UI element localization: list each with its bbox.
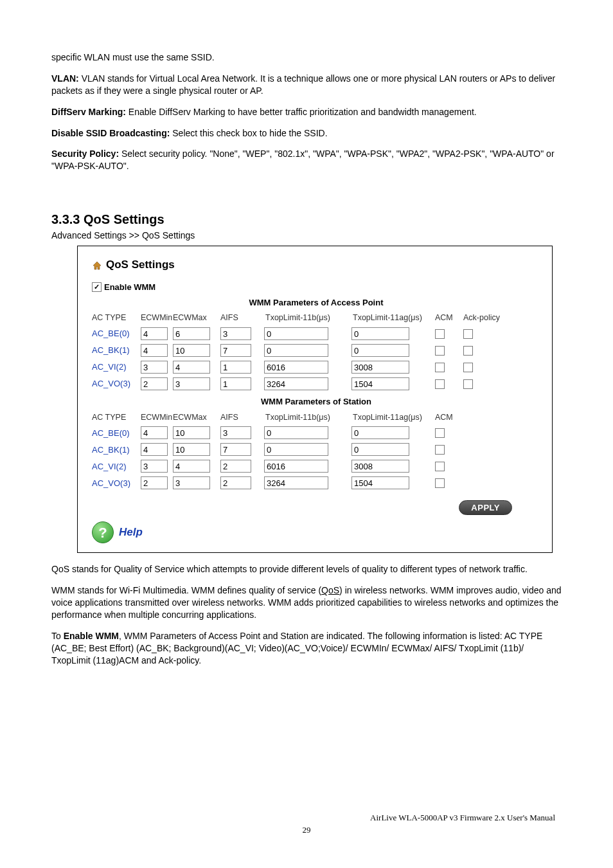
sta-vo-tx11ag[interactable] — [351, 476, 409, 489]
sta-hdr-acm: ACM — [435, 412, 461, 423]
ap-row-vo: AC_VO(3) — [92, 375, 540, 392]
sta-be-ecwmin[interactable] — [141, 426, 168, 439]
sta-table: AC TYPE ECWMin ECWMax AIFS TxopLimit-11b… — [92, 410, 540, 492]
hdr-ecwmin: ECWMin — [141, 312, 170, 323]
section-heading: 3.3.3 QoS Settings — [51, 211, 562, 228]
footer-manual: AirLive WLA-5000AP v3 Firmware 2.x User'… — [0, 812, 613, 824]
panel-title-row: QoS Settings — [92, 258, 540, 273]
sta-vi-acm-checkbox[interactable] — [435, 462, 445, 471]
ap-bk-ack-checkbox[interactable] — [463, 346, 473, 356]
post-p1: QoS stands for Quality of Service which … — [51, 563, 562, 575]
post-p2a: WMM stands for Wi-Fi Multimedia. WMM def… — [51, 585, 321, 595]
hdr-ecwmax: ECWMax — [173, 312, 218, 323]
sta-bk-ecwmax[interactable] — [173, 443, 210, 456]
ap-be-tx11ag[interactable] — [351, 327, 409, 340]
ap-vi-tx11ag[interactable] — [351, 361, 409, 374]
ap-vi-aifs[interactable] — [220, 361, 251, 374]
ap-vo-tx11b[interactable] — [264, 377, 328, 390]
ap-vo-ecwmax[interactable] — [173, 377, 210, 390]
sta-be-ecwmax[interactable] — [173, 426, 210, 439]
ap-vi-label: AC_VI(2) — [92, 361, 138, 373]
ap-bk-tx11b[interactable] — [264, 344, 328, 357]
ap-row-be: AC_BE(0) — [92, 325, 540, 342]
ap-be-tx11b[interactable] — [264, 327, 328, 340]
sta-be-aifs[interactable] — [220, 426, 251, 439]
sta-vi-tx11b[interactable] — [264, 460, 328, 473]
sta-vo-aifs[interactable] — [220, 476, 251, 489]
intro-diffserv: DiffServ Marking: Enable DiffServ Markin… — [51, 106, 562, 118]
sta-be-tx11b[interactable] — [264, 426, 328, 439]
ap-vi-ack-checkbox[interactable] — [463, 363, 473, 372]
ap-vo-ack-checkbox[interactable] — [463, 379, 473, 389]
home-icon — [92, 260, 102, 271]
post-p2-link: QoS — [321, 585, 339, 595]
sta-vo-acm-checkbox[interactable] — [435, 478, 445, 488]
post-p3a: To — [51, 631, 64, 641]
sta-vi-ecwmin[interactable] — [141, 460, 168, 473]
ap-be-label: AC_BE(0) — [92, 328, 138, 339]
intro-disable-ssid: Disable SSID Broadcasting: Select this c… — [51, 127, 562, 140]
panel-title: QoS Settings — [106, 258, 175, 273]
ap-be-ack-checkbox[interactable] — [463, 329, 473, 339]
ap-bk-acm-checkbox[interactable] — [435, 346, 445, 356]
enable-wmm-checkbox[interactable]: ✓ — [92, 282, 102, 292]
sta-vo-tx11b[interactable] — [264, 476, 328, 489]
ap-vo-aifs[interactable] — [220, 377, 251, 390]
sta-bk-tx11ag[interactable] — [351, 443, 409, 456]
ap-vi-ecwmin[interactable] — [141, 361, 168, 374]
hdr-actype: AC TYPE — [92, 312, 138, 323]
qos-settings-panel: QoS Settings ✓ Enable WMM WMM Parameters… — [77, 246, 553, 553]
security-text: Select security policy. "None", "WEP", "… — [51, 149, 555, 171]
ap-be-ecwmin[interactable] — [141, 327, 168, 340]
ap-bk-aifs[interactable] — [220, 344, 251, 357]
intro-line1: specific WLAN must use the same SSID. — [51, 51, 562, 64]
ap-bk-label: AC_BK(1) — [92, 345, 138, 356]
help-icon: ? — [92, 521, 114, 543]
sta-bk-acm-checkbox[interactable] — [435, 445, 445, 455]
ap-vo-ecwmin[interactable] — [141, 377, 168, 390]
footer-page-number: 29 — [0, 824, 613, 836]
ap-be-aifs[interactable] — [220, 327, 251, 340]
sta-hdr-tx11ag: TxopLimit-11ag(μs) — [351, 412, 432, 423]
help-text: Help — [119, 525, 143, 540]
sta-vo-label: AC_VO(3) — [92, 478, 138, 489]
apply-row: APPLY — [92, 500, 512, 515]
post-p3b: , WMM Parameters of Access Point and Sta… — [51, 631, 542, 665]
enable-wmm-row: ✓ Enable WMM — [92, 282, 540, 293]
sta-vi-label: AC_VI(2) — [92, 461, 138, 473]
sta-vi-ecwmax[interactable] — [173, 460, 210, 473]
ap-bk-tx11ag[interactable] — [351, 344, 409, 357]
sta-vi-tx11ag[interactable] — [351, 460, 409, 473]
ap-be-ecwmax[interactable] — [173, 327, 210, 340]
post-p3-bold: Enable WMM — [64, 631, 119, 641]
sta-bk-label: AC_BK(1) — [92, 444, 138, 456]
sta-bk-aifs[interactable] — [220, 443, 251, 456]
apply-button[interactable]: APPLY — [459, 500, 512, 515]
sta-bk-tx11b[interactable] — [264, 443, 328, 456]
sta-vi-aifs[interactable] — [220, 460, 251, 473]
ap-vo-tx11ag[interactable] — [351, 377, 409, 390]
intro-vlan: VLAN: VLAN stands for Virtual Local Area… — [51, 73, 562, 97]
ap-vi-ecwmax[interactable] — [173, 361, 210, 374]
sta-row-bk: AC_BK(1) — [92, 441, 540, 458]
hdr-ack: Ack-policy — [463, 312, 489, 323]
sta-caption: WMM Parameters of Station — [92, 396, 540, 408]
sta-be-label: AC_BE(0) — [92, 428, 138, 439]
hdr-tx11ag: TxopLimit-11ag(μs) — [351, 312, 432, 323]
sta-be-tx11ag[interactable] — [351, 426, 409, 439]
ap-be-acm-checkbox[interactable] — [435, 329, 445, 339]
ap-vi-tx11b[interactable] — [264, 361, 328, 374]
ap-bk-ecwmax[interactable] — [173, 344, 210, 357]
page-footer: AirLive WLA-5000AP v3 Firmware 2.x User'… — [0, 812, 613, 836]
help-row[interactable]: ? Help — [92, 521, 540, 543]
sta-vo-ecwmin[interactable] — [141, 476, 168, 489]
sta-be-acm-checkbox[interactable] — [435, 428, 445, 438]
hdr-acm: ACM — [435, 312, 461, 323]
ap-vi-acm-checkbox[interactable] — [435, 363, 445, 372]
intro-security: Security Policy: Select security policy.… — [51, 148, 562, 172]
ap-vo-acm-checkbox[interactable] — [435, 379, 445, 389]
ap-bk-ecwmin[interactable] — [141, 344, 168, 357]
sta-vo-ecwmax[interactable] — [173, 476, 210, 489]
sta-row-be: AC_BE(0) — [92, 424, 540, 441]
sta-bk-ecwmin[interactable] — [141, 443, 168, 456]
